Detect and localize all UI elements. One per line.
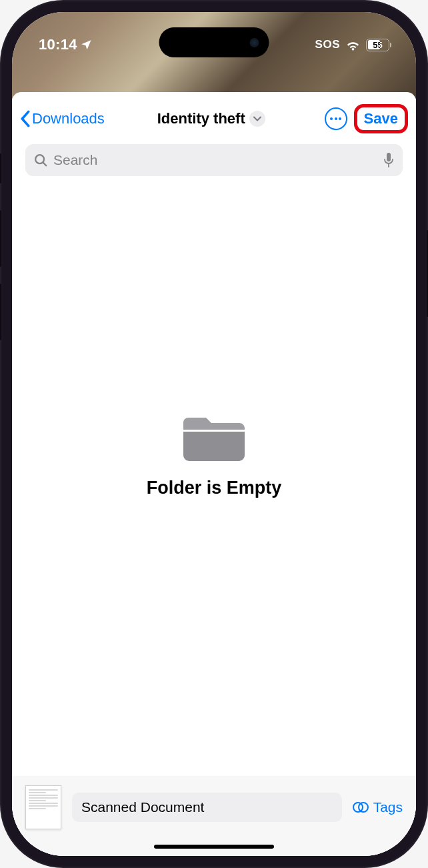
status-time: 10:14 <box>39 36 77 53</box>
document-name-field[interactable]: Scanned Document <box>72 793 342 822</box>
empty-state: Folder is Empty <box>12 136 416 776</box>
mute-switch <box>0 153 1 183</box>
wifi-icon <box>345 39 361 51</box>
chevron-down-icon <box>249 111 265 127</box>
home-indicator[interactable] <box>154 845 274 849</box>
title-dropdown[interactable]: Identity theft <box>102 110 321 127</box>
battery-indicator: 55 <box>366 39 389 51</box>
document-thumbnail[interactable] <box>25 785 61 829</box>
ellipsis-icon <box>330 117 341 120</box>
screen: 10:14 SOS 55 Downloads <box>12 12 416 856</box>
empty-message: Folder is Empty <box>147 478 282 498</box>
tags-icon <box>353 801 370 814</box>
page-title: Identity theft <box>157 110 245 127</box>
status-right-region: SOS 55 <box>315 38 389 51</box>
save-button[interactable]: Save <box>364 110 398 127</box>
status-time-region: 10:14 <box>39 36 92 53</box>
location-icon <box>80 39 92 51</box>
volume-down-button <box>0 284 1 340</box>
back-button[interactable]: Downloads <box>20 110 105 127</box>
more-button[interactable] <box>325 107 347 130</box>
tags-label: Tags <box>373 799 403 815</box>
folder-icon <box>183 414 245 463</box>
battery-level: 55 <box>373 40 382 50</box>
iphone-frame: 10:14 SOS 55 Downloads <box>0 0 428 868</box>
volume-up-button <box>0 210 1 267</box>
chevron-left-icon <box>20 110 31 127</box>
bottom-bar: Scanned Document Tags <box>12 776 416 856</box>
navigation-bar: Downloads Identity theft Save <box>12 92 416 141</box>
sos-indicator: SOS <box>315 38 340 51</box>
tags-button[interactable]: Tags <box>353 799 403 815</box>
back-label: Downloads <box>32 110 105 127</box>
save-highlight: Save <box>354 104 408 133</box>
dynamic-island <box>159 27 269 57</box>
files-sheet: Downloads Identity theft Save <box>12 92 416 856</box>
